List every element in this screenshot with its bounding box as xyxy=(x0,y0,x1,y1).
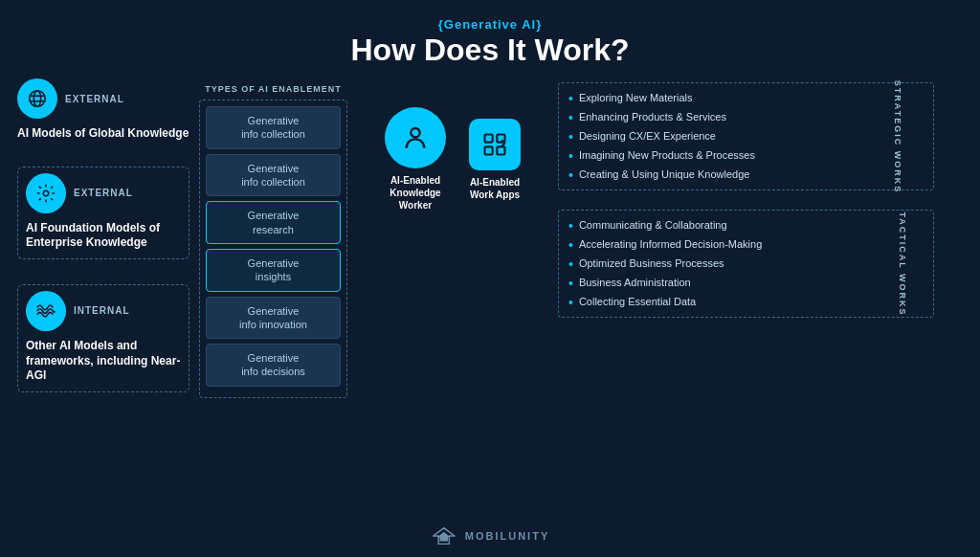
strategic-item-1: • Enhancing Products & Services xyxy=(568,110,924,124)
strategic-item-2: • Designing CX/EX Experience xyxy=(568,129,924,144)
tactical-item-text-2: Optimized Business Processes xyxy=(579,256,724,270)
header-title: How Does It Work? xyxy=(0,33,980,67)
ai-block-internal: INTERNAL Other AI Models and frameworks,… xyxy=(26,291,181,384)
type-box-5: Generativeinfo decisions xyxy=(206,344,341,387)
mobilunity-logo-icon xyxy=(431,526,457,546)
tactical-item-4: • Collecting Essential Data xyxy=(568,295,924,309)
bullet-icon: • xyxy=(568,149,573,163)
ai-block-internal-group: INTERNAL Other AI Models and frameworks,… xyxy=(17,284,189,392)
work-apps-label: AI-EnabledWork Apps xyxy=(470,176,520,201)
strategic-item-0: • Exploring New Materials xyxy=(568,91,924,105)
tactical-item-2: • Optimized Business Processes xyxy=(568,256,924,271)
strategic-item-text-1: Enhancing Products & Services xyxy=(579,110,726,123)
tactical-works-section: TACTICAL WORKS • Communicating & Collabo… xyxy=(558,210,934,318)
wave-icon xyxy=(26,291,66,331)
bullet-icon: • xyxy=(568,130,573,144)
knowledge-worker-icon xyxy=(385,107,446,168)
ai-title-enterprise: AI Foundation Models of Enterprise Knowl… xyxy=(26,221,181,251)
types-dashed-group: Generativeinfo collection Generativeinfo… xyxy=(199,100,347,398)
strategic-item-text-4: Creating & Using Unique Knowledge xyxy=(579,167,750,181)
svg-marker-13 xyxy=(437,532,451,542)
bullet-icon: • xyxy=(568,238,573,252)
svg-rect-8 xyxy=(485,146,493,154)
page-header: {Generative AI} How Does It Work? xyxy=(0,0,980,67)
bullet-icon: • xyxy=(568,219,573,233)
bullet-icon: • xyxy=(568,168,573,182)
bullet-icon: • xyxy=(568,111,573,124)
main-layout: EXTERNAL AI Models of Global Knowledge E… xyxy=(0,67,980,547)
tactical-item-1: • Accelerating Informed Decision-Making xyxy=(568,237,924,252)
work-apps-icon xyxy=(469,119,521,170)
type-box-0: Generativeinfo collection xyxy=(206,106,341,149)
center-items: AI-EnabledKnowledgeWorker AI-EnabledWork… xyxy=(385,107,521,212)
strategic-works-section: STRATEGIC WORKS • Exploring New Material… xyxy=(558,82,934,190)
tactical-works-label: TACTICAL WORKS xyxy=(897,212,906,316)
tactical-item-text-1: Accelerating Informed Decision-Making xyxy=(579,237,762,251)
strategic-item-text-0: Exploring New Materials xyxy=(579,91,693,104)
strategic-item-text-3: Imagining New Products & Processes xyxy=(579,148,755,162)
ai-label-global: EXTERNAL xyxy=(65,94,124,104)
ai-block-enterprise: EXTERNAL AI Foundation Models of Enterpr… xyxy=(26,173,181,251)
tactical-item-text-3: Business Administration xyxy=(579,276,691,289)
type-box-2: Generativeresearch xyxy=(206,201,341,244)
svg-rect-9 xyxy=(497,146,504,154)
tactical-item-3: • Business Administration xyxy=(568,276,924,290)
bullet-icon: • xyxy=(568,257,573,271)
ai-block-enterprise-group: EXTERNAL AI Foundation Models of Enterpr… xyxy=(17,167,189,259)
left-column: EXTERNAL AI Models of Global Knowledge E… xyxy=(17,78,189,392)
ai-label-enterprise: EXTERNAL xyxy=(74,188,133,198)
type-box-3: Generativeinsights xyxy=(206,249,341,292)
ai-title-global: AI Models of Global Knowledge xyxy=(17,126,189,142)
svg-point-0 xyxy=(30,91,46,107)
strategic-works-label: STRATEGIC WORKS xyxy=(893,80,902,193)
strategic-item-text-2: Designing CX/EX Experience xyxy=(579,129,716,143)
type-box-1: Generativeinfo collection xyxy=(206,154,341,197)
footer-brand: MOBILUNITY xyxy=(465,530,549,542)
globe-icon xyxy=(17,78,57,119)
bullet-icon: • xyxy=(568,296,573,309)
ai-title-internal: Other AI Models and frameworks, includin… xyxy=(26,339,181,384)
strategic-item-4: • Creating & Using Unique Knowledge xyxy=(568,167,924,182)
tactical-item-0: • Communicating & Collaborating xyxy=(568,218,924,233)
right-column: STRATEGIC WORKS • Exploring New Material… xyxy=(558,82,963,318)
center-column: AI-EnabledKnowledgeWorker AI-EnabledWork… xyxy=(357,78,548,212)
svg-point-1 xyxy=(33,91,40,107)
type-box-4: Generativeinfo innovation xyxy=(206,297,341,340)
knowledge-worker-item: AI-EnabledKnowledgeWorker xyxy=(385,107,446,212)
tactical-item-text-0: Communicating & Collaborating xyxy=(579,218,727,232)
types-column: TYPES OF AI ENABLEMENT Generativeinfo co… xyxy=(199,84,347,398)
svg-point-5 xyxy=(411,128,419,137)
header-subtitle: {Generative AI} xyxy=(0,17,980,32)
types-label: TYPES OF AI ENABLEMENT xyxy=(199,84,347,94)
tactical-item-text-4: Collecting Essential Data xyxy=(579,295,696,308)
gear-icon xyxy=(26,173,66,213)
work-apps-item: AI-EnabledWork Apps xyxy=(469,119,521,201)
svg-rect-6 xyxy=(485,134,493,142)
knowledge-worker-label: AI-EnabledKnowledgeWorker xyxy=(390,174,440,212)
ai-label-internal: INTERNAL xyxy=(74,305,130,316)
bullet-icon: • xyxy=(568,277,573,290)
bullet-icon: • xyxy=(568,92,573,105)
svg-point-4 xyxy=(43,190,49,196)
footer: MOBILUNITY xyxy=(431,526,549,546)
ai-block-global: EXTERNAL AI Models of Global Knowledge xyxy=(17,78,189,142)
strategic-item-3: • Imagining New Products & Processes xyxy=(568,148,924,163)
